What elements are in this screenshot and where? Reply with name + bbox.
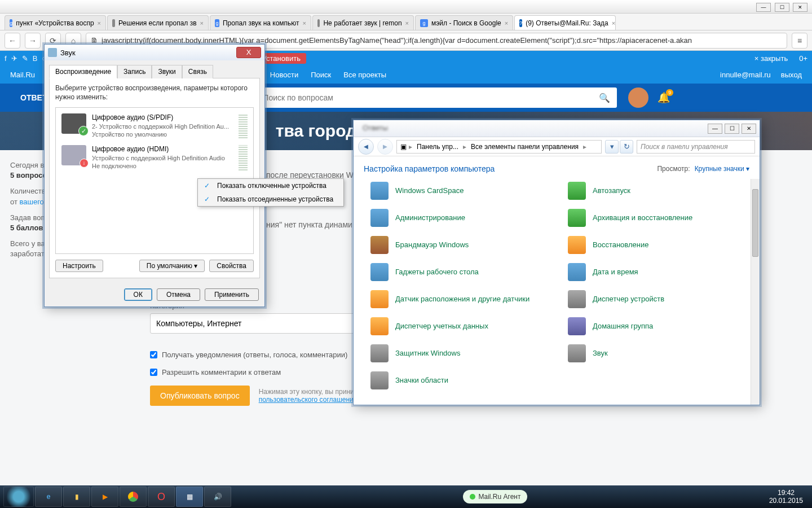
cp-dropdown-button[interactable]: ▾ [605, 140, 619, 154]
promo-close-button[interactable]: × закрыть [754, 54, 788, 63]
search-icon[interactable]: 🔍 [599, 93, 610, 103]
tab-2[interactable]: gПропал звук на компьют× [210, 15, 311, 30]
nav-forward-button[interactable]: → [25, 33, 41, 49]
cp-close-button[interactable]: ✕ [742, 124, 756, 134]
tab-label: пункт «Устройства воспр [16, 19, 94, 27]
sound-titlebar[interactable]: Звук X [45, 45, 264, 60]
tab-0[interactable]: gпункт «Устройства воспр× [5, 15, 106, 30]
taskbar-chrome[interactable] [120, 487, 147, 507]
notif-badge: 9 [666, 89, 673, 96]
cp-item-admin[interactable]: Администрирование [370, 206, 557, 230]
sound-title: Звук [60, 49, 76, 57]
cp-item-sound[interactable]: Звук [568, 341, 754, 365]
apply-button[interactable]: Применить [205, 288, 259, 301]
tab-playback[interactable]: Воспроизведение [49, 65, 117, 78]
taskbar-sound[interactable]: 🔊 [204, 487, 231, 507]
tab-5-active[interactable]: ?(9) Ответы@Mail.Ru: Зада× [514, 15, 616, 30]
cp-item-recovery[interactable]: Восстановление [568, 233, 754, 257]
device-hdmi[interactable]: Цифровое аудио (HDMI)Устройство с поддер… [58, 142, 251, 173]
cp-max-button[interactable]: ☐ [725, 124, 739, 134]
close-icon[interactable]: × [303, 20, 306, 27]
close-icon[interactable]: × [505, 20, 508, 27]
publish-button[interactable]: Опубликовать вопрос [150, 386, 250, 406]
taskbar-controlpanel[interactable]: ▦ [176, 487, 203, 507]
close-icon[interactable]: × [98, 20, 101, 27]
top-link[interactable]: Все проекты [343, 71, 386, 79]
cp-refresh-button[interactable]: ↻ [620, 140, 633, 154]
user-email[interactable]: innulle@mail.ru [720, 71, 771, 79]
os-window-controls: — ☐ ✕ [755, 1, 807, 12]
device-spdif[interactable]: Цифровое аудио (S/PDIF)2- Устройство с п… [58, 110, 251, 142]
close-icon[interactable]: × [405, 20, 409, 27]
properties-button[interactable]: Свойства [209, 260, 254, 272]
bell-icon[interactable]: 🔔9 [657, 91, 670, 104]
default-button[interactable]: По умолчанию ▾ [139, 260, 205, 272]
taskbar-opera[interactable]: O [148, 487, 175, 507]
avatar[interactable] [628, 87, 648, 108]
answers-search[interactable]: 🔍 [256, 87, 617, 108]
ctx-show-disconnected[interactable]: ✓Показать отсоединенные устройства [198, 192, 343, 206]
cp-item-datetime[interactable]: Дата и время [568, 260, 754, 284]
mailru-icon: ? [519, 19, 522, 27]
crumb-segment[interactable]: Все элементы панели управления [469, 143, 581, 151]
terms-link[interactable]: пользовательского соглашения [259, 396, 358, 404]
cp-item-trayicons[interactable]: Значки области [370, 369, 557, 392]
close-icon[interactable]: × [612, 20, 615, 27]
mailru-agent-tray[interactable]: Mail.Ru Агент [463, 490, 528, 503]
homegroup-icon [568, 317, 586, 335]
scrollbar-thumb[interactable] [752, 189, 758, 257]
tab-4[interactable]: gмэйл - Поиск в Google× [415, 15, 513, 30]
ctx-show-disabled[interactable]: ✓Показать отключенные устройства [198, 179, 343, 192]
cancel-button[interactable]: Отмена [157, 288, 200, 301]
answers-search-input[interactable] [263, 93, 599, 102]
nav-back-button[interactable]: ← [5, 33, 20, 49]
cp-item-firewall[interactable]: Брандмауэр Windows [370, 233, 557, 257]
cp-forward-button[interactable]: ► [377, 139, 393, 155]
cp-item-homegroup[interactable]: Домашняя группа [568, 314, 754, 338]
google-icon: g [10, 19, 12, 27]
start-button[interactable] [3, 487, 34, 507]
os-close-button[interactable]: ✕ [793, 3, 807, 12]
nav-menu-button[interactable]: ≡ [792, 33, 807, 49]
cp-min-button[interactable]: — [708, 124, 722, 134]
sound-close-button[interactable]: X [236, 47, 261, 58]
crumb-segment[interactable]: Панель упр... [414, 143, 461, 151]
tab-3[interactable]: Не работает звук | remon× [312, 15, 414, 30]
taskbar-ie[interactable]: e [35, 487, 62, 507]
os-max-button[interactable]: ☐ [775, 3, 789, 12]
datetime-icon [568, 263, 586, 281]
taskbar-mediaplayer[interactable]: ▶ [91, 487, 118, 507]
defender-icon [370, 344, 389, 362]
taskbar-explorer[interactable]: ▮ [63, 487, 90, 507]
cp-search-input[interactable]: Поиск в панели управления [637, 140, 755, 154]
configure-button[interactable]: Настроить [55, 260, 103, 272]
cardspace-icon [370, 182, 389, 200]
view-mode-dropdown[interactable]: Крупные значки ▾ [695, 165, 749, 173]
cp-scrollbar[interactable] [751, 179, 760, 405]
top-link[interactable]: Новости [270, 71, 298, 79]
cp-titlebar[interactable]: Ответы — ☐ ✕ [354, 120, 760, 137]
cp-address-bar: ◄ ► ▣▸ Панель упр...▸ Все элементы панел… [354, 137, 760, 156]
cp-item-cardspace[interactable]: Windows CardSpace [370, 179, 557, 203]
cp-breadcrumb[interactable]: ▣▸ Панель упр...▸ Все элементы панели уп… [396, 140, 602, 154]
top-link[interactable]: Поиск [311, 71, 331, 79]
cp-item-defender[interactable]: Защитник Windows [370, 341, 557, 365]
cp-item-sensors[interactable]: Датчик расположения и другие датчики [370, 287, 557, 311]
taskbar-clock[interactable]: 19:4220.01.2015 [764, 489, 809, 505]
logout-link[interactable]: выход [781, 71, 802, 79]
tab-comm[interactable]: Связь [182, 65, 213, 78]
cp-item-autorun[interactable]: Автозапуск [568, 179, 754, 203]
cp-title-text: Ответы [363, 124, 388, 134]
cp-item-gadgets[interactable]: Гаджеты рабочего стола [370, 260, 557, 284]
cp-back-button[interactable]: ◄ [358, 139, 374, 155]
cp-item-credmgr[interactable]: Диспетчер учетных данных [370, 314, 557, 338]
close-icon[interactable]: × [200, 20, 204, 27]
tab-1[interactable]: Решения если пропал зв× [107, 15, 209, 30]
os-min-button[interactable]: — [756, 3, 771, 12]
tab-recording[interactable]: Запись [117, 65, 152, 78]
tab-sounds[interactable]: Звуки [152, 65, 182, 78]
ok-button[interactable]: ОК [124, 288, 152, 301]
cp-item-backup[interactable]: Архивация и восстановление [568, 206, 754, 230]
cp-item-devmgr[interactable]: Диспетчер устройств [568, 287, 754, 311]
top-link[interactable]: Mail.Ru [10, 71, 35, 79]
